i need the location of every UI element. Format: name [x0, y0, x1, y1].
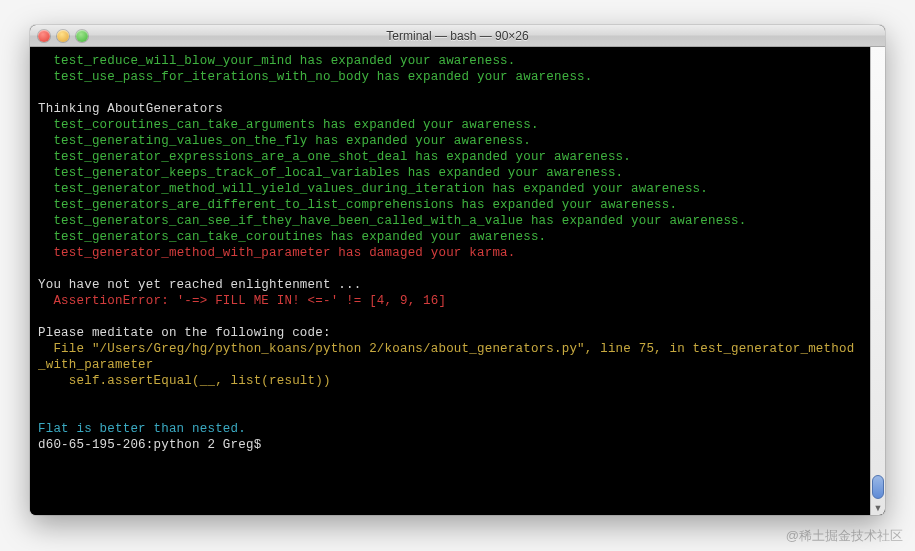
- terminal-line: test_generators_can_take_coroutines has …: [38, 229, 862, 245]
- terminal-window: Terminal — bash — 90×26 test_reduce_will…: [30, 25, 885, 515]
- scrollbar[interactable]: ▼: [870, 47, 885, 515]
- scrollbar-thumb[interactable]: [872, 475, 884, 499]
- terminal-line: [38, 405, 862, 421]
- terminal-line: test_generators_can_see_if_they_have_bee…: [38, 213, 862, 229]
- minimize-icon[interactable]: [57, 30, 69, 42]
- terminal-line: test_generators_are_different_to_list_co…: [38, 197, 862, 213]
- traffic-lights: [38, 30, 88, 42]
- terminal-line: test_generator_method_will_yield_values_…: [38, 181, 862, 197]
- terminal-line: AssertionError: '-=> FILL ME IN! <=-' !=…: [38, 293, 862, 309]
- terminal-line: test_reduce_will_blow_your_mind has expa…: [38, 53, 862, 69]
- terminal-line: Please meditate on the following code:: [38, 325, 862, 341]
- terminal-line: Flat is better than nested.: [38, 421, 862, 437]
- terminal-line: [38, 85, 862, 101]
- terminal-line: Thinking AboutGenerators: [38, 101, 862, 117]
- close-icon[interactable]: [38, 30, 50, 42]
- terminal-line: [38, 389, 862, 405]
- terminal-line: [38, 261, 862, 277]
- terminal-body: test_reduce_will_blow_your_mind has expa…: [30, 47, 885, 515]
- zoom-icon[interactable]: [76, 30, 88, 42]
- terminal-line: test_generating_values_on_the_fly has ex…: [38, 133, 862, 149]
- terminal-line: d60-65-195-206:python 2 Greg$: [38, 437, 862, 453]
- terminal-line: test_use_pass_for_iterations_with_no_bod…: [38, 69, 862, 85]
- watermark: @稀土掘金技术社区: [786, 527, 903, 545]
- titlebar[interactable]: Terminal — bash — 90×26: [30, 25, 885, 47]
- terminal-line: test_coroutines_can_take_arguments has e…: [38, 117, 862, 133]
- terminal-line: test_generator_keeps_track_of_local_vari…: [38, 165, 862, 181]
- scroll-down-icon[interactable]: ▼: [871, 500, 885, 515]
- window-title: Terminal — bash — 90×26: [30, 29, 885, 43]
- terminal-line: test_generator_method_with_parameter has…: [38, 245, 862, 261]
- terminal-line: self.assertEqual(__, list(result)): [38, 373, 862, 389]
- terminal-line: File "/Users/Greg/hg/python_koans/python…: [38, 341, 862, 373]
- terminal-line: [38, 309, 862, 325]
- terminal-line: You have not yet reached enlightenment .…: [38, 277, 862, 293]
- terminal-line: test_generator_expressions_are_a_one_sho…: [38, 149, 862, 165]
- terminal-output[interactable]: test_reduce_will_blow_your_mind has expa…: [30, 47, 870, 515]
